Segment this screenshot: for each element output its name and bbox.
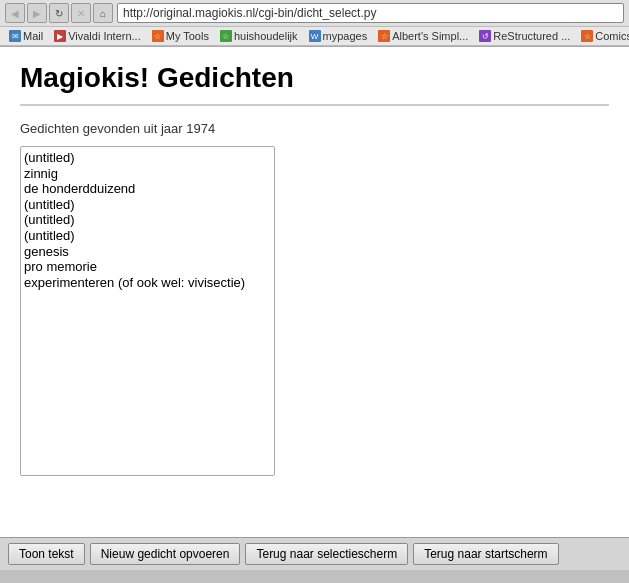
- bookmark-alberts[interactable]: ☆ Albert's Simpl...: [374, 29, 472, 43]
- bookmark-comics-icon: ☆: [581, 30, 593, 42]
- url-text: http://original.magiokis.nl/cgi-bin/dich…: [123, 6, 376, 20]
- poem-item-5[interactable]: (untitled): [24, 228, 271, 244]
- new-poem-button[interactable]: Nieuw gedicht opvoeren: [90, 543, 241, 565]
- bookmark-comics-label: Comics: [595, 30, 629, 42]
- bookmark-mytools[interactable]: ☆ My Tools: [148, 29, 213, 43]
- bookmark-restructured-icon: ↺: [479, 30, 491, 42]
- poem-item-4[interactable]: (untitled): [24, 212, 271, 228]
- bookmark-mytools-label: My Tools: [166, 30, 209, 42]
- bookmark-mail[interactable]: ✉ Mail: [5, 29, 47, 43]
- page-title: Magiokis! Gedichten: [20, 62, 609, 106]
- back-select-button[interactable]: Terug naar selectiescherm: [245, 543, 408, 565]
- home-button[interactable]: ⌂: [93, 3, 113, 23]
- stop-button[interactable]: ✕: [71, 3, 91, 23]
- bookmark-comics[interactable]: ☆ Comics: [577, 29, 629, 43]
- back-button[interactable]: ◀: [5, 3, 25, 23]
- poem-item-2[interactable]: de honderdduizend: [24, 181, 271, 197]
- bookmark-mytools-icon: ☆: [152, 30, 164, 42]
- poem-item-0[interactable]: (untitled): [24, 150, 271, 166]
- poem-item-3[interactable]: (untitled): [24, 197, 271, 213]
- bookmark-mypages-label: mypages: [323, 30, 368, 42]
- footer-bar: Toon tekst Nieuw gedicht opvoeren Terug …: [0, 537, 629, 570]
- bookmark-mail-label: Mail: [23, 30, 43, 42]
- bookmark-huishoudelijk[interactable]: ☆ huishoudelijk: [216, 29, 302, 43]
- address-bar[interactable]: http://original.magiokis.nl/cgi-bin/dich…: [117, 3, 624, 23]
- reload-button[interactable]: ↻: [49, 3, 69, 23]
- nav-buttons: ◀ ▶ ↻ ✕ ⌂: [5, 3, 113, 23]
- poem-item-7[interactable]: pro memorie: [24, 259, 271, 275]
- subtitle: Gedichten gevonden uit jaar 1974: [20, 121, 609, 136]
- bookmark-vivaldi-icon: ▶: [54, 30, 66, 42]
- page-content: Magiokis! Gedichten Gedichten gevonden u…: [0, 47, 629, 537]
- toolbar: ◀ ▶ ↻ ✕ ⌂ http://original.magiokis.nl/cg…: [0, 0, 629, 27]
- bookmarks-bar: ✉ Mail ▶ Vivaldi Intern... ☆ My Tools ☆ …: [0, 27, 629, 46]
- browser-chrome: ◀ ▶ ↻ ✕ ⌂ http://original.magiokis.nl/cg…: [0, 0, 629, 47]
- bookmark-mypages[interactable]: W mypages: [305, 29, 372, 43]
- forward-button[interactable]: ▶: [27, 3, 47, 23]
- bookmark-restructured[interactable]: ↺ ReStructured ...: [475, 29, 574, 43]
- bookmark-huishoudelijk-icon: ☆: [220, 30, 232, 42]
- poem-item-8[interactable]: experimenteren (of ook wel: vivisectie): [24, 275, 271, 291]
- show-text-button[interactable]: Toon tekst: [8, 543, 85, 565]
- poem-list[interactable]: (untitled) zinnig de honderdduizend (unt…: [20, 146, 275, 476]
- bookmark-alberts-label: Albert's Simpl...: [392, 30, 468, 42]
- poem-item-1[interactable]: zinnig: [24, 166, 271, 182]
- back-start-button[interactable]: Terug naar startscherm: [413, 543, 558, 565]
- bookmark-mypages-icon: W: [309, 30, 321, 42]
- bookmark-alberts-icon: ☆: [378, 30, 390, 42]
- bookmark-vivaldi[interactable]: ▶ Vivaldi Intern...: [50, 29, 145, 43]
- bookmark-huishoudelijk-label: huishoudelijk: [234, 30, 298, 42]
- bookmark-restructured-label: ReStructured ...: [493, 30, 570, 42]
- poem-item-6[interactable]: genesis: [24, 244, 271, 260]
- bookmark-vivaldi-label: Vivaldi Intern...: [68, 30, 141, 42]
- bookmark-mail-icon: ✉: [9, 30, 21, 42]
